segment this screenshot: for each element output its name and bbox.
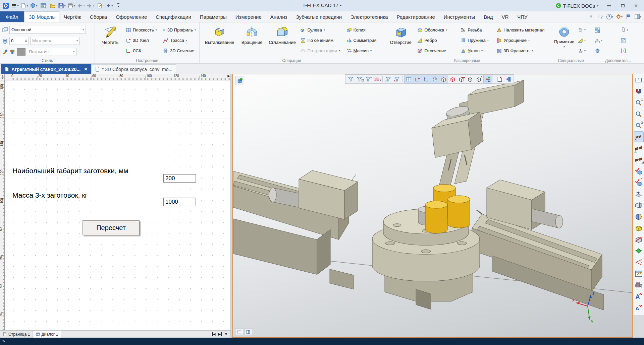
tab-analysis[interactable]: Анализ bbox=[266, 11, 292, 22]
solids-toggle-icon[interactable] bbox=[439, 75, 448, 83]
tab-tools[interactable]: Инструменты bbox=[439, 11, 480, 22]
calculator-button[interactable] bbox=[620, 35, 642, 46]
perspective-view-button[interactable] bbox=[634, 200, 644, 211]
special-ramp-button[interactable]: ▾ bbox=[577, 46, 587, 56]
apply-material-view-button[interactable] bbox=[634, 245, 644, 256]
service-window-button[interactable] bbox=[634, 268, 644, 279]
new-document-button[interactable]: ▾ bbox=[20, 1, 29, 10]
undo-button[interactable]: ▾ bbox=[76, 1, 85, 10]
collapse-ribbon-icon[interactable]: ▾ bbox=[587, 13, 595, 21]
decrease-font-button[interactable] bbox=[634, 302, 644, 313]
windows-panel-icon[interactable]: ▾ bbox=[634, 13, 642, 21]
page-tab-page1[interactable]: Страница 1 bbox=[0, 331, 33, 338]
macros-button[interactable] bbox=[95, 1, 104, 10]
rotate-view-button[interactable] bbox=[634, 188, 644, 199]
view-corner-button[interactable]: ◢ bbox=[634, 154, 644, 165]
tab-cnc[interactable]: ЧПУ bbox=[513, 11, 532, 22]
draft-button[interactable]: Уклон▾ bbox=[459, 46, 494, 56]
thread-button[interactable]: Резьба bbox=[459, 25, 494, 35]
ruler-corner[interactable] bbox=[0, 74, 5, 80]
coating-swatch[interactable] bbox=[17, 48, 25, 56]
tab-parameters[interactable]: Параметры bbox=[196, 11, 231, 22]
tab-vr[interactable]: VR bbox=[497, 11, 513, 22]
3d-fragment-button[interactable]: 3D Фрагмент▾ bbox=[495, 46, 548, 56]
workplanes-toggle-icon[interactable] bbox=[405, 75, 413, 83]
style-select[interactable]: Основной▾ bbox=[9, 26, 86, 34]
special-support-button[interactable]: ▾ bbox=[577, 35, 587, 46]
tflex-logo-icon[interactable] bbox=[1, 1, 10, 10]
dimension-input[interactable] bbox=[163, 174, 196, 183]
projection-view-button[interactable] bbox=[634, 257, 644, 268]
apply-material-button[interactable]: Наложить материал bbox=[495, 25, 548, 35]
symmetry-button[interactable]: Симметрия bbox=[345, 35, 382, 46]
3d-viewport[interactable]: ▢ ≡ ▾ ✓ ✕ ○ ▬ ○ • bbox=[232, 74, 633, 338]
dialog-canvas[interactable]: Наибольший габарит заготовки, мм Масса 3… bbox=[5, 80, 230, 330]
redo-button[interactable]: ▾ bbox=[86, 1, 95, 10]
shell-button[interactable]: Оболочка▾ bbox=[416, 25, 459, 35]
vertices-toggle-icon[interactable]: • bbox=[475, 75, 483, 83]
split-view-button[interactable] bbox=[634, 74, 644, 85]
tab-annotation[interactable]: Оформление bbox=[111, 11, 151, 22]
object-snap-button[interactable] bbox=[634, 86, 644, 97]
clip-view-button[interactable] bbox=[634, 234, 644, 245]
copy-button[interactable]: Копия bbox=[345, 25, 382, 35]
tab-gears[interactable]: Зубчатые передачи bbox=[291, 11, 346, 22]
print-button[interactable]: ▾ bbox=[67, 1, 76, 10]
dimension-button[interactable]: ▾ bbox=[594, 35, 616, 46]
select-rectangle-icon[interactable]: ▾ bbox=[373, 75, 381, 83]
array-button[interactable]: Массив▾ bbox=[345, 46, 382, 56]
tab-assembly[interactable]: Сборка bbox=[86, 11, 111, 22]
transform-button[interactable] bbox=[594, 46, 616, 56]
page-list-button[interactable]: ▼ bbox=[224, 332, 228, 336]
axes-toggle-icon[interactable] bbox=[422, 75, 430, 83]
shaded-view-button[interactable] bbox=[634, 211, 644, 222]
wireframe-view-button[interactable] bbox=[634, 222, 644, 233]
close-tab-icon[interactable]: ✕ bbox=[84, 67, 88, 72]
faces-circle-toggle-icon[interactable]: ○ bbox=[448, 75, 457, 83]
zoom-previous-button[interactable]: ◷ bbox=[634, 120, 644, 131]
select-tool-icon[interactable] bbox=[596, 13, 604, 21]
first-page-button[interactable]: ◀ bbox=[212, 332, 216, 336]
faces-hole-toggle-icon[interactable]: ○ bbox=[466, 75, 474, 83]
faces-top-toggle-icon[interactable]: ▬ bbox=[457, 75, 466, 83]
3d-section-button[interactable]: 3D Сечение bbox=[162, 46, 197, 56]
new-window-button[interactable] bbox=[39, 1, 48, 10]
color-balls-icon[interactable] bbox=[9, 49, 15, 55]
brush-icon[interactable] bbox=[2, 49, 8, 55]
zoom-window-button[interactable]: ▢ bbox=[634, 97, 644, 108]
tab-view[interactable]: Вид bbox=[479, 11, 497, 22]
zoom-extents-button[interactable]: + bbox=[634, 109, 644, 120]
trim-button[interactable]: Отсечение bbox=[416, 46, 459, 56]
3d-profile-button[interactable]: 3D Профиль▾ bbox=[162, 25, 197, 35]
camera-view-button[interactable] bbox=[634, 279, 644, 290]
attach-button[interactable]: ▾ bbox=[620, 25, 642, 35]
filter-list-icon[interactable]: ≡ bbox=[364, 75, 372, 83]
sweep-button[interactable]: По траектории▾ bbox=[299, 46, 344, 56]
draw-button[interactable]: Чертить bbox=[97, 24, 124, 56]
flag-icon[interactable] bbox=[625, 13, 633, 21]
tab-file[interactable]: Файл bbox=[0, 11, 24, 22]
minimize-button[interactable] bbox=[602, 1, 616, 10]
measure-elements-button[interactable]: ∠ bbox=[634, 143, 644, 154]
hide-elements-button[interactable]: ✕ bbox=[634, 131, 644, 142]
help-icon[interactable]: ?▾ bbox=[606, 13, 614, 21]
filter-window-icon[interactable]: ▢ bbox=[355, 75, 364, 83]
filter-clear-icon[interactable]: ✕ bbox=[393, 75, 401, 83]
save-document-button[interactable]: ▾ bbox=[58, 1, 66, 10]
increase-font-button[interactable] bbox=[634, 291, 644, 302]
blend-button[interactable]: Сглаживание bbox=[266, 24, 298, 56]
close-button[interactable]: ✕ bbox=[629, 1, 643, 10]
doc-tab-inactive[interactable]: * 3D Сборка корпуса_conv_mo... bbox=[91, 64, 176, 74]
customize-quick-access-button[interactable]: ▾ bbox=[114, 1, 123, 10]
page-tab-dialog1[interactable]: Диалог 1 bbox=[33, 331, 61, 338]
full-check-model-button[interactable]: ✓ bbox=[634, 177, 644, 188]
last-page-button[interactable]: ▶ bbox=[218, 332, 222, 336]
nodes-toggle-icon[interactable] bbox=[413, 75, 422, 83]
filter-apply-icon[interactable]: ✓ bbox=[384, 75, 392, 83]
viewport-page-1-button[interactable] bbox=[235, 329, 243, 335]
path-button[interactable]: Трасса▾ bbox=[162, 35, 197, 46]
3d-node-button[interactable]: 3D Узел bbox=[124, 35, 161, 46]
settings-gear-icon[interactable]: ▾ bbox=[615, 13, 623, 21]
tab-editing[interactable]: Редактирование bbox=[392, 11, 439, 22]
recent-actions-button[interactable]: ▾ bbox=[105, 1, 113, 10]
